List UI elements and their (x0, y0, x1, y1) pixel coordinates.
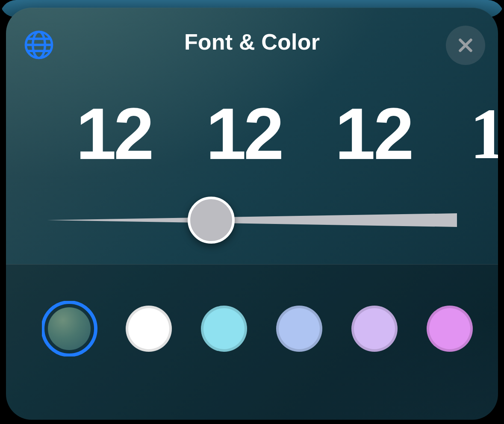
color-swatch-dynamic-teal[interactable] (42, 301, 97, 356)
font-option-serif[interactable]: 12 (439, 97, 498, 170)
slider-thumb[interactable] (188, 197, 235, 244)
color-swatch-magenta[interactable] (427, 306, 473, 352)
font-color-panel: Font & Color 12 12 12 12 (6, 8, 498, 420)
font-style-carousel[interactable]: 12 12 12 12 (6, 85, 498, 183)
font-option-sans[interactable]: 12 (179, 97, 309, 170)
font-weight-slider[interactable] (47, 197, 457, 244)
color-swatch-white[interactable] (126, 306, 172, 352)
panel-header: Font & Color (6, 8, 498, 76)
color-swatch-light-blue[interactable] (276, 306, 322, 352)
color-swatch-cyan[interactable] (201, 306, 247, 352)
color-swatch-lavender[interactable] (351, 306, 398, 352)
close-button[interactable] (446, 26, 485, 65)
close-icon (457, 36, 475, 54)
font-option-rounded[interactable]: 12 (49, 97, 179, 170)
screenshot-viewport: Font & Color 12 12 12 12 (0, 0, 504, 424)
font-option-stencil[interactable]: 12 (309, 97, 439, 170)
color-swatch-carousel[interactable] (42, 301, 498, 356)
slider-track (47, 212, 457, 229)
panel-title: Font & Color (184, 29, 320, 55)
svg-marker-5 (47, 213, 457, 227)
color-section (6, 264, 498, 420)
globe-icon (24, 30, 54, 60)
globe-button[interactable] (22, 28, 56, 62)
